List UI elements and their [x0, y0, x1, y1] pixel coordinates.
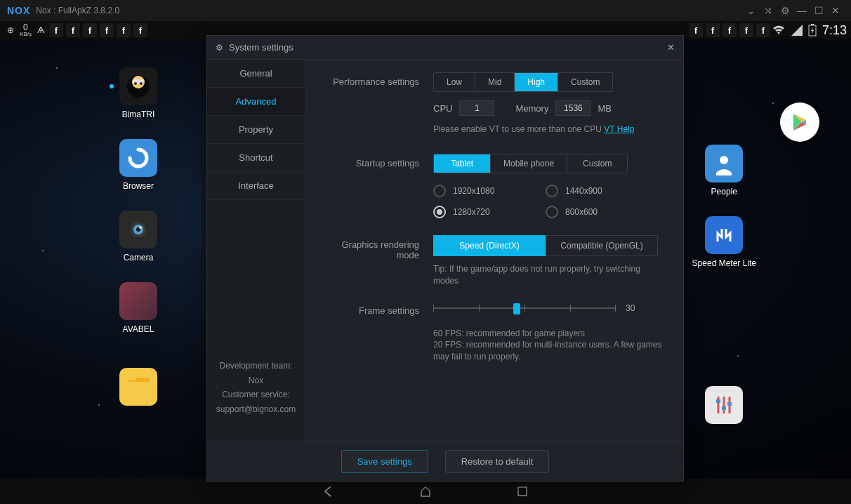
- rendering-tip: Tip: If the game/app does not run proper…: [433, 263, 668, 287]
- perf-high-button[interactable]: High: [514, 73, 558, 91]
- tab-interface[interactable]: Interface: [207, 172, 305, 200]
- app-camera[interactable]: Camera: [119, 211, 157, 263]
- close-window-button[interactable]: ✕: [827, 2, 844, 19]
- tab-general[interactable]: General: [207, 60, 305, 88]
- fps-note-20: 20 FPS: recommended for multi-instance u…: [433, 339, 668, 363]
- svg-rect-19: [518, 487, 527, 496]
- fps-note-60: 60 FPS: recommended for game players: [433, 328, 668, 340]
- res-1280x720-radio[interactable]: 1280x720: [433, 206, 532, 218]
- app-files[interactable]: [119, 368, 157, 406]
- android-nav-bar: [0, 479, 851, 504]
- fps-slider[interactable]: [433, 301, 616, 315]
- facebook-icon: f: [689, 23, 703, 37]
- frame-label: Frame settings: [321, 301, 433, 316]
- app-browser[interactable]: Browser: [119, 139, 157, 191]
- svg-rect-11: [127, 382, 150, 394]
- recent-apps-button[interactable]: [516, 485, 529, 498]
- wifi-icon: [772, 25, 786, 36]
- startup-tablet-button[interactable]: Tablet: [434, 154, 490, 173]
- play-store-fab[interactable]: [780, 102, 819, 142]
- gear-icon[interactable]: ⚙: [777, 2, 793, 19]
- modal-header: ⚙ System settings ✕: [207, 36, 683, 60]
- app-people[interactable]: People: [692, 145, 756, 197]
- facebook-icon: f: [133, 23, 147, 37]
- app-label: Speed Meter Lite: [692, 258, 756, 268]
- app-equalizer[interactable]: [692, 386, 756, 424]
- render-compat-button[interactable]: Compatible (OpenGL): [546, 235, 658, 256]
- nox-logo: NOX: [7, 5, 30, 16]
- app-label: BimaTRI: [122, 110, 155, 119]
- facebook-icon: f: [100, 23, 114, 37]
- cpu-input[interactable]: [459, 100, 494, 116]
- svg-rect-17: [722, 406, 726, 410]
- svg-rect-16: [716, 399, 720, 403]
- tab-advanced[interactable]: Advanced: [207, 88, 305, 116]
- startup-custom-button[interactable]: Custom: [567, 154, 627, 173]
- vt-note-text: Please enable VT to use more than one CP…: [433, 124, 602, 134]
- signal-icon: [791, 25, 803, 36]
- clock: 7:13: [822, 23, 847, 38]
- window-titlebar: NOX Nox : FullApkZ 3.8.2.0 ⌄ ⤭ ⚙ — ☐ ✕: [0, 0, 851, 21]
- restore-default-button[interactable]: Restore to default: [445, 450, 550, 473]
- modal-title: System settings: [229, 42, 293, 53]
- chevron-down-icon[interactable]: ⌄: [743, 2, 760, 19]
- rendering-group: Speed (DirectX) Compatible (OpenGL): [433, 235, 658, 256]
- window-title: Nox : FullApkZ 3.8.2.0: [36, 6, 119, 15]
- svg-point-12: [720, 156, 728, 164]
- gear-icon: ⚙: [216, 43, 223, 53]
- perf-low-button[interactable]: Low: [434, 73, 475, 91]
- facebook-icon: f: [49, 23, 63, 37]
- support-email: support@bignox.com: [213, 402, 299, 416]
- app-label: AVABEL: [123, 324, 154, 334]
- startup-group: Tablet Mobile phone Custom: [433, 154, 628, 173]
- battery-icon: [808, 24, 817, 37]
- performance-group: Low Mid High Custom: [433, 72, 613, 92]
- facebook-icon: f: [83, 23, 97, 37]
- system-settings-modal: ⚙ System settings ✕ General Advanced Pro…: [206, 35, 684, 482]
- facebook-icon: f: [117, 23, 131, 37]
- shuffle-icon[interactable]: ⤭: [760, 2, 777, 19]
- app-label: People: [711, 187, 737, 197]
- app-speed-meter[interactable]: Speed Meter Lite: [692, 216, 756, 268]
- network-speed-badge: 0 KB/s: [20, 23, 32, 37]
- dev-team-text: Development team: Nox: [213, 359, 299, 387]
- active-dot-icon: [110, 84, 114, 88]
- perf-mid-button[interactable]: Mid: [475, 73, 514, 91]
- facebook-icon: f: [723, 23, 737, 37]
- svg-point-10: [139, 226, 142, 229]
- render-speed-button[interactable]: Speed (DirectX): [433, 235, 546, 256]
- perf-custom-button[interactable]: Custom: [558, 73, 612, 91]
- performance-label: Performance settings: [321, 72, 433, 87]
- back-button[interactable]: [322, 485, 335, 498]
- facebook-icon: f: [739, 23, 753, 37]
- svg-point-6: [140, 82, 143, 85]
- memory-input[interactable]: [555, 100, 591, 116]
- tab-property[interactable]: Property: [207, 116, 305, 144]
- close-modal-button[interactable]: ✕: [667, 42, 675, 53]
- svg-rect-18: [727, 402, 732, 406]
- tab-shortcut[interactable]: Shortcut: [207, 144, 305, 172]
- app-avabel[interactable]: AVABEL: [119, 282, 157, 334]
- startup-label: Startup settings: [321, 154, 433, 168]
- res-1920x1080-radio[interactable]: 1920x1080: [433, 185, 532, 197]
- app-bimatri[interactable]: BimaTRI: [119, 67, 157, 119]
- startup-mobile-button[interactable]: Mobile phone: [490, 154, 567, 173]
- modal-footer: Save settings Restore to default: [207, 442, 683, 481]
- vt-help-link[interactable]: VT Help: [604, 124, 634, 134]
- customer-service-text: Customer service:: [213, 387, 299, 402]
- add-icon: ⊕: [7, 26, 14, 34]
- fps-value: 30: [626, 303, 635, 313]
- apk-icon: Ѧ: [37, 26, 45, 34]
- slider-thumb[interactable]: [513, 303, 520, 314]
- minimize-button[interactable]: —: [793, 2, 810, 19]
- facebook-icon: f: [756, 23, 770, 37]
- res-1440x900-radio[interactable]: 1440x900: [546, 185, 644, 197]
- app-label: Camera: [124, 253, 154, 263]
- app-column-left: BimaTRI Browser Camera AVABEL: [119, 67, 157, 406]
- memory-label: Memory: [515, 103, 548, 114]
- maximize-button[interactable]: ☐: [810, 2, 827, 19]
- save-settings-button[interactable]: Save settings: [341, 450, 428, 473]
- memory-unit: MB: [598, 103, 612, 114]
- home-button[interactable]: [419, 485, 432, 498]
- res-800x600-radio[interactable]: 800x600: [546, 206, 644, 218]
